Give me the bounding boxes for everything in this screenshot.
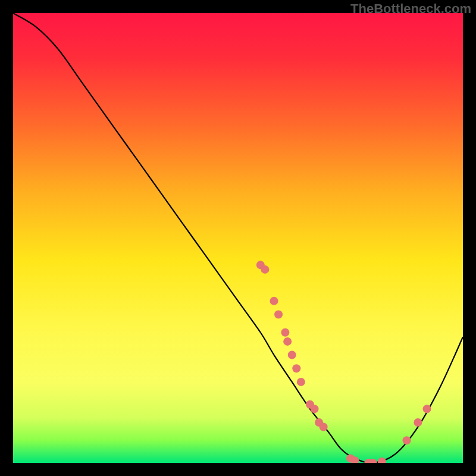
- watermark-text: TheBottleneck.com: [350, 1, 471, 17]
- gradient-background: [13, 13, 463, 463]
- svg-rect-0: [13, 13, 463, 463]
- plot-area: [13, 13, 463, 463]
